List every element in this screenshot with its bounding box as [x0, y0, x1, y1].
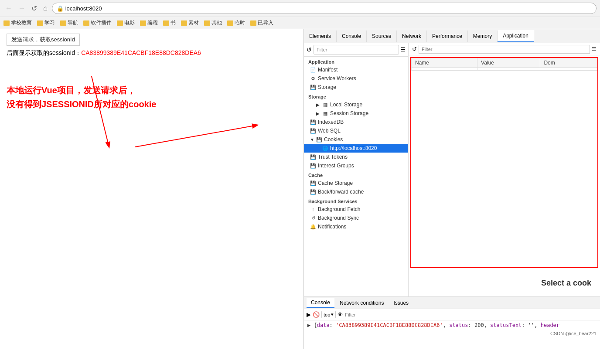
bookmark-item[interactable]: 素材	[181, 19, 199, 27]
page-content: 发送请求，获取sessionId 后面显示获取的sessionId：CA8389…	[0, 29, 303, 349]
sidebar-item-trust-tokens[interactable]: 💾 Trust Tokens	[304, 153, 408, 161]
sidebar-item-background-fetch[interactable]: ↑ Background Fetch	[304, 205, 408, 214]
bookmark-item[interactable]: 临时	[227, 19, 245, 27]
tab-application[interactable]: Application	[498, 30, 534, 42]
console-expand-arrow[interactable]: ▶	[307, 322, 310, 328]
console-eye-button[interactable]: 👁	[338, 311, 343, 318]
send-request-button[interactable]: 发送请求，获取sessionId	[7, 34, 80, 46]
localhost-icon: 🌐	[322, 146, 328, 151]
bookmark-item[interactable]: 电影	[117, 19, 135, 27]
local-storage-icon: ▦	[322, 102, 328, 108]
console-context-selector[interactable]: top ▾	[321, 311, 336, 318]
tab-performance[interactable]: Performance	[427, 31, 468, 42]
sidebar-item-service-workers[interactable]: ⚙ Service Workers	[304, 74, 408, 83]
expand-arrow-icon: ▶	[316, 102, 320, 107]
console-tab-network-conditions[interactable]: Network conditions	[335, 298, 388, 308]
storage-section-label: Storage	[304, 92, 408, 100]
bookmark-item[interactable]: 其他	[204, 19, 222, 27]
bookmark-item[interactable]: 学校教育	[3, 19, 32, 27]
sidebar-item-back-forward-cache[interactable]: 💾 Back/forward cache	[304, 187, 408, 196]
sidebar-item-websql[interactable]: 💾 Web SQL	[304, 126, 408, 135]
sidebar-item-storage[interactable]: 💾 Storage	[304, 83, 408, 92]
bg-sync-icon: ↺	[310, 215, 316, 221]
tab-sources[interactable]: Sources	[367, 31, 397, 42]
expand-arrow-icon: ▶	[316, 111, 320, 116]
cookie-table-area: Name Value Dom	[410, 57, 598, 268]
console-play-button[interactable]: ▶	[307, 311, 311, 318]
devtools-body: ↺ ☰ Application 📄 Manifest ⚙ Service Wor…	[304, 43, 600, 296]
websql-icon: 💾	[310, 128, 316, 134]
sidebar-toolbar: ↺ ☰	[304, 43, 408, 57]
forward-button[interactable]: →	[17, 3, 27, 13]
col-name: Name	[412, 58, 477, 68]
tab-elements[interactable]: Elements	[304, 31, 337, 42]
sidebar-item-local-storage[interactable]: ▶ ▦ Local Storage	[304, 100, 408, 109]
devtools-tabs: Elements Console Sources Network Perform…	[304, 29, 600, 43]
cache-section-label: Cache	[304, 170, 408, 179]
panel-header: ↺ ☰	[409, 43, 600, 55]
bg-fetch-icon: ↑	[310, 207, 316, 212]
sidebar-item-indexeddb[interactable]: 💾 IndexedDB	[304, 118, 408, 126]
panel-refresh-button[interactable]: ↺	[412, 46, 417, 52]
console-tabs-bar: Console Network conditions Issues	[304, 297, 600, 309]
cookie-filter-input[interactable]	[419, 45, 590, 54]
cookie-table: Name Value Dom	[411, 58, 597, 71]
select-cookie-label: Select a cook	[409, 270, 600, 296]
console-filter-input[interactable]	[345, 311, 597, 319]
chevron-down-icon: ▾	[331, 312, 334, 317]
table-row	[412, 68, 597, 71]
trust-tokens-icon: 💾	[310, 154, 316, 160]
filter-options-button[interactable]: ☰	[592, 46, 597, 52]
sidebar-item-manifest[interactable]: 📄 Manifest	[304, 65, 408, 74]
console-toolbar: ▶ 🚫 top ▾ 👁	[304, 309, 600, 320]
tab-network[interactable]: Network	[397, 31, 427, 42]
console-tab-issues[interactable]: Issues	[389, 298, 413, 308]
bookmark-item[interactable]: 学习	[37, 19, 55, 27]
annotation-arrows	[0, 29, 297, 305]
main-area: 发送请求，获取sessionId 后面显示获取的sessionId：CA8389…	[0, 29, 600, 349]
sidebar-item-session-storage[interactable]: ▶ ▦ Session Storage	[304, 109, 408, 118]
devtools-console: Console Network conditions Issues ▶ 🚫 to…	[304, 296, 600, 349]
address-bar[interactable]: 🔒 localhost:8020	[52, 3, 597, 14]
sidebar-item-background-sync[interactable]: ↺ Background Sync	[304, 214, 408, 222]
back-forward-icon: 💾	[310, 189, 316, 195]
devtools-sidebar: ↺ ☰ Application 📄 Manifest ⚙ Service Wor…	[304, 43, 409, 296]
sidebar-item-interest-groups[interactable]: 💾 Interest Groups	[304, 161, 408, 170]
tab-console[interactable]: Console	[337, 31, 367, 42]
console-stop-button[interactable]: 🚫	[313, 311, 320, 318]
nav-bar: ← → ↺ ⌂ 🔒 localhost:8020	[0, 0, 600, 17]
sidebar-item-localhost[interactable]: 🌐 http://localhost:8020	[304, 144, 408, 153]
bookmark-item[interactable]: 书	[163, 19, 176, 27]
tab-memory[interactable]: Memory	[468, 31, 498, 42]
bookmark-item[interactable]: 导航	[60, 19, 78, 27]
manifest-icon: 📄	[310, 67, 316, 73]
app-section-label: Application	[304, 57, 408, 65]
interest-groups-icon: 💾	[310, 163, 316, 169]
service-workers-icon: ⚙	[310, 76, 316, 82]
session-storage-icon: ▦	[322, 111, 328, 116]
bg-services-section-label: Background Services	[304, 196, 408, 205]
console-tab-console[interactable]: Console	[307, 298, 334, 308]
bookmark-item[interactable]: 编程	[140, 19, 158, 27]
sidebar-item-cache-storage[interactable]: 💾 Cache Storage	[304, 179, 408, 187]
bookmark-item[interactable]: 已导入	[250, 19, 273, 27]
sidebar-item-cookies[interactable]: ▼ 💾 Cookies	[304, 135, 408, 144]
sidebar-refresh-button[interactable]: ↺	[307, 46, 312, 53]
session-info: 后面显示获取的sessionId：CA83899389E41CACBF18E88…	[7, 49, 297, 57]
console-log-area: ▶ {data: 'CA83899389E41CACBF18E88DC828DE…	[304, 320, 600, 330]
refresh-button[interactable]: ↺	[30, 3, 39, 14]
sidebar-item-notifications[interactable]: 🔔 Notifications	[304, 222, 408, 231]
col-value: Value	[477, 58, 540, 68]
bookmark-item[interactable]: 软件插件	[83, 19, 112, 27]
address-input[interactable]: localhost:8020	[65, 5, 592, 12]
home-button[interactable]: ⌂	[41, 3, 49, 13]
col-domain: Dom	[540, 58, 597, 68]
cookies-icon: 💾	[316, 137, 322, 143]
sidebar-filter-options[interactable]: ☰	[401, 47, 406, 53]
back-button[interactable]: ←	[3, 3, 14, 13]
notifications-icon: 🔔	[310, 224, 316, 230]
expand-arrow-icon: ▼	[310, 137, 314, 142]
storage-icon: 💾	[310, 85, 316, 90]
sidebar-filter-input[interactable]	[314, 45, 399, 54]
session-id-value: CA83899389E41CACBF18E88DC828DEA6	[81, 49, 201, 56]
